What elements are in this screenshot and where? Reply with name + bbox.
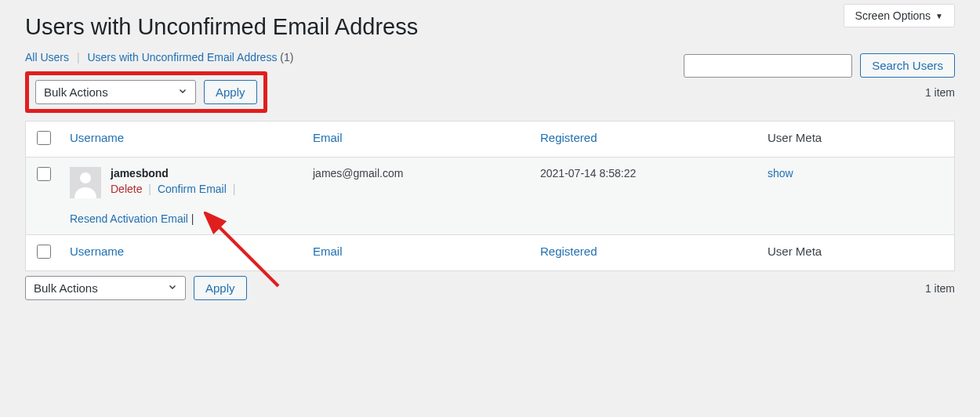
- item-count-bottom: 1 item: [925, 282, 955, 295]
- bulk-actions-select[interactable]: Bulk Actions: [35, 80, 196, 104]
- separator: |: [72, 51, 85, 63]
- search-input[interactable]: [684, 54, 852, 78]
- screen-options-label: Screen Options: [855, 9, 931, 22]
- caret-down-icon: ▼: [935, 12, 943, 20]
- apply-button-bottom[interactable]: Apply: [194, 276, 247, 300]
- search-box: Search Users: [684, 53, 955, 78]
- bulk-actions-select-bottom[interactable]: Bulk Actions: [25, 276, 186, 300]
- bulk-actions-highlight: Bulk Actions Apply: [25, 71, 267, 113]
- column-usermeta-footer: User Meta: [758, 235, 955, 271]
- select-all-checkbox-bottom[interactable]: [37, 245, 51, 259]
- separator: |: [230, 183, 239, 195]
- delete-link[interactable]: Delete: [111, 183, 142, 195]
- search-users-button[interactable]: Search Users: [860, 53, 955, 78]
- avatar: [70, 167, 101, 198]
- separator: |: [191, 212, 194, 225]
- all-users-link[interactable]: All Users: [25, 51, 69, 63]
- screen-options-tab[interactable]: Screen Options ▼: [844, 4, 955, 27]
- svg-point-1: [80, 172, 91, 183]
- page-title: Users with Unconfirmed Email Address: [25, 0, 955, 51]
- column-username-footer[interactable]: Username: [70, 245, 124, 258]
- table-row: jamesbond Delete | Confirm Email | Resen…: [26, 158, 955, 235]
- select-all-checkbox-top[interactable]: [37, 131, 51, 145]
- unconfirmed-users-link[interactable]: Users with Unconfirmed Email Address: [87, 51, 277, 63]
- column-usermeta-header: User Meta: [758, 121, 955, 158]
- show-usermeta-link[interactable]: show: [768, 167, 793, 179]
- bulk-actions-select-wrap: Bulk Actions: [35, 80, 196, 104]
- confirm-email-link[interactable]: Confirm Email: [158, 183, 227, 195]
- item-count-top: 1 item: [925, 86, 955, 99]
- users-table: Username Email Registered User Meta jame…: [25, 121, 955, 271]
- apply-button[interactable]: Apply: [204, 80, 257, 104]
- bulk-actions-select-wrap-bottom: Bulk Actions: [25, 276, 186, 300]
- column-email-footer[interactable]: Email: [313, 245, 343, 258]
- resend-activation-email-link[interactable]: Resend Activation Email: [70, 212, 188, 225]
- username-text: jamesbond: [111, 167, 238, 179]
- column-username-header[interactable]: Username: [70, 131, 124, 144]
- row-actions: Delete | Confirm Email |: [111, 183, 238, 195]
- column-email-header[interactable]: Email: [313, 131, 343, 144]
- column-registered-header[interactable]: Registered: [540, 131, 597, 144]
- column-registered-footer[interactable]: Registered: [540, 245, 597, 258]
- email-cell: james@gmail.com: [303, 158, 531, 235]
- separator: |: [145, 183, 154, 195]
- registered-cell: 2021-07-14 8:58:22: [531, 158, 758, 235]
- count-label: (1): [280, 51, 293, 63]
- row-checkbox[interactable]: [37, 167, 51, 181]
